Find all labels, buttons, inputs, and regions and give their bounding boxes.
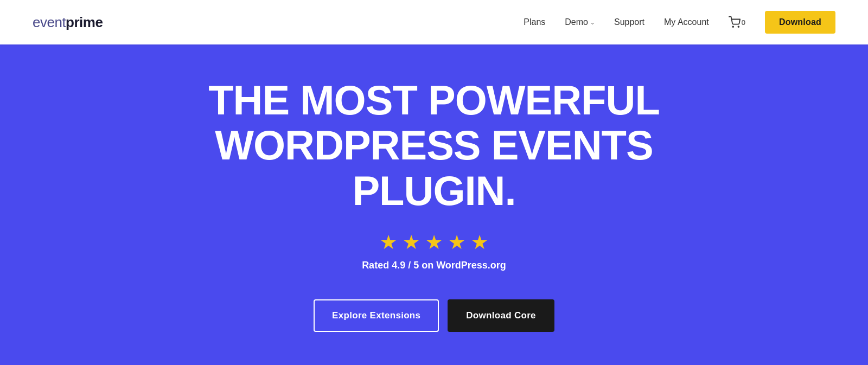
hero-title-line1: THE MOST POWERFUL xyxy=(208,77,660,123)
nav-support[interactable]: Support xyxy=(614,17,644,27)
star-2: ★ xyxy=(403,233,420,252)
star-3: ★ xyxy=(425,233,443,252)
hero-buttons: Explore Extensions Download Core xyxy=(314,299,554,332)
star-1: ★ xyxy=(380,233,397,252)
cart-button[interactable]: 0 xyxy=(729,16,745,28)
logo-event: event xyxy=(33,14,66,30)
header-download-button[interactable]: Download xyxy=(765,11,835,34)
rating-text: Rated 4.9 / 5 on WordPress.org xyxy=(362,260,506,271)
download-core-button[interactable]: Download Core xyxy=(448,299,554,332)
chevron-down-icon: ⌄ xyxy=(590,20,595,25)
site-header: eventprime Plans Demo ⌄ Support My Accou… xyxy=(0,0,868,44)
logo-prime: prime xyxy=(66,14,103,30)
cart-count: 0 xyxy=(742,18,745,27)
cart-icon xyxy=(729,16,741,28)
nav-demo[interactable]: Demo ⌄ xyxy=(565,17,595,27)
stars-row: ★ ★ ★ ★ ★ xyxy=(380,233,488,252)
explore-extensions-button[interactable]: Explore Extensions xyxy=(314,299,439,332)
hero-section: THE MOST POWERFUL WORDPRESS EVENTS PLUGI… xyxy=(0,44,868,365)
nav-my-account[interactable]: My Account xyxy=(664,17,709,27)
svg-point-0 xyxy=(732,26,733,27)
hero-title-line2: WORDPRESS EVENTS PLUGIN. xyxy=(215,122,653,214)
star-4: ★ xyxy=(448,233,465,252)
logo[interactable]: eventprime xyxy=(33,14,103,31)
svg-point-1 xyxy=(738,26,739,27)
hero-title: THE MOST POWERFUL WORDPRESS EVENTS PLUGI… xyxy=(163,78,705,214)
star-5: ★ xyxy=(471,233,488,252)
nav-plans[interactable]: Plans xyxy=(524,17,545,27)
main-nav: Plans Demo ⌄ Support My Account 0 Downlo… xyxy=(524,11,835,34)
